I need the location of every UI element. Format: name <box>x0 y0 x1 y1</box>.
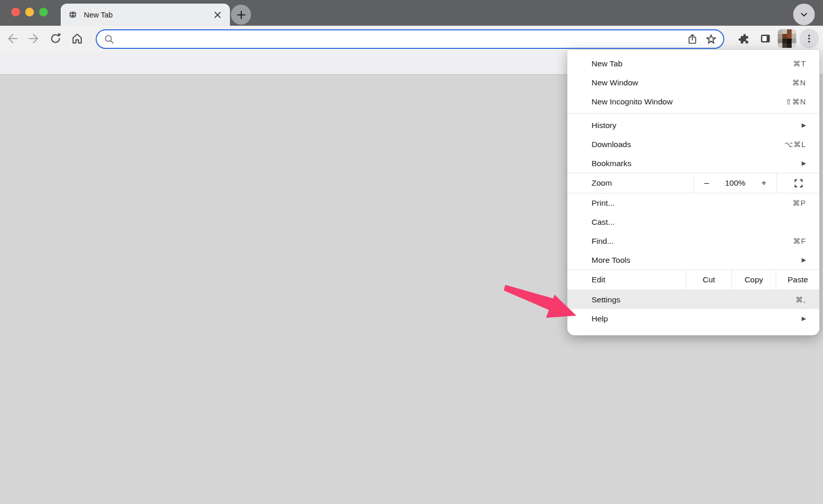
home-icon <box>71 32 83 45</box>
new-tab-button[interactable] <box>231 5 251 25</box>
paste-label: Paste <box>788 275 808 284</box>
copy-label: Copy <box>744 275 763 284</box>
menu-item-new-tab[interactable]: New Tab ⌘T <box>567 54 819 73</box>
zoom-in-button[interactable]: + <box>761 178 766 188</box>
zoom-window-button[interactable] <box>39 8 48 16</box>
menu-item-label: New Tab <box>592 59 793 68</box>
toolbar <box>0 26 823 51</box>
close-tab-icon[interactable] <box>212 10 223 20</box>
menu-item-shortcut: ⌘T <box>793 60 806 68</box>
menu-item-label: History <box>592 121 802 130</box>
menu-item-shortcut: ⌥⌘L <box>784 140 806 149</box>
menu-item-shortcut: ⌘N <box>792 79 806 87</box>
fullscreen-icon <box>794 178 803 188</box>
browser-menu-dropdown: New Tab ⌘T New Window ⌘N New Incognito W… <box>567 50 819 335</box>
menu-item-label: New Window <box>592 78 792 87</box>
zoom-label-cell: Zoom <box>567 173 693 193</box>
browser-tab[interactable]: New Tab <box>61 4 230 26</box>
menu-item-bookmarks[interactable]: Bookmarks ▶ <box>567 154 819 173</box>
side-panel-button[interactable] <box>756 29 775 48</box>
menu-item-new-window[interactable]: New Window ⌘N <box>567 73 819 92</box>
browser-menu-button[interactable] <box>799 29 819 48</box>
menu-item-shortcut: ⌘F <box>793 237 806 245</box>
edit-cut-button[interactable]: Cut <box>686 270 731 290</box>
plus-icon <box>236 10 246 20</box>
menu-item-more-tools[interactable]: More Tools ▶ <box>567 250 819 269</box>
extensions-button[interactable] <box>735 29 753 48</box>
back-button[interactable] <box>4 30 21 47</box>
menu-item-label: Settings <box>592 295 795 304</box>
menu-item-print[interactable]: Print... ⌘P <box>567 193 819 212</box>
submenu-arrow-icon: ▶ <box>802 315 806 322</box>
avatar-image <box>778 29 796 48</box>
side-panel-icon <box>759 32 772 45</box>
address-input[interactable] <box>120 35 681 44</box>
menu-item-label: Downloads <box>592 140 784 149</box>
menu-item-help[interactable]: Help ▶ <box>567 309 819 328</box>
submenu-arrow-icon: ▶ <box>802 122 806 129</box>
puzzle-icon <box>738 32 750 45</box>
menu-item-downloads[interactable]: Downloads ⌥⌘L <box>567 135 819 154</box>
menu-item-new-incognito-window[interactable]: New Incognito Window ⇧⌘N <box>567 92 819 111</box>
forward-arrow-icon <box>28 32 40 45</box>
tab-strip: New Tab <box>0 0 823 26</box>
edit-copy-button[interactable]: Copy <box>731 270 776 290</box>
menu-item-label: Cast... <box>592 218 806 227</box>
minimize-window-button[interactable] <box>25 8 34 16</box>
toolbar-right-group <box>735 28 819 49</box>
close-window-button[interactable] <box>11 8 20 16</box>
menu-item-label: Help <box>592 314 802 323</box>
menu-item-shortcut: ⌘, <box>795 296 806 304</box>
menu-item-label: New Incognito Window <box>592 97 785 106</box>
menu-item-label: Zoom <box>592 178 612 188</box>
home-button[interactable] <box>68 30 86 47</box>
menu-item-shortcut: ⌘P <box>793 199 806 207</box>
reload-button[interactable] <box>47 30 64 47</box>
zoom-out-button[interactable]: – <box>704 178 709 188</box>
chevron-down-icon <box>799 9 809 20</box>
menu-item-history[interactable]: History ▶ <box>567 116 819 135</box>
search-icon <box>103 33 115 45</box>
forward-button[interactable] <box>25 30 43 47</box>
menu-item-label: More Tools <box>592 256 802 265</box>
menu-separator <box>567 113 819 114</box>
menu-item-edit: Edit Cut Copy Paste <box>567 269 819 290</box>
menu-item-zoom: Zoom – 100% + <box>567 173 819 193</box>
menu-item-shortcut: ⇧⌘N <box>785 98 806 106</box>
reload-icon <box>49 32 62 45</box>
menu-item-settings[interactable]: Settings ⌘, <box>567 290 819 309</box>
tab-title: New Tab <box>84 11 212 19</box>
menu-item-label: Bookmarks <box>592 159 802 168</box>
profile-avatar[interactable] <box>778 29 796 48</box>
menu-item-label: Print... <box>592 199 793 208</box>
share-icon[interactable] <box>686 33 699 45</box>
bookmark-star-icon[interactable] <box>705 33 717 45</box>
menu-item-find[interactable]: Find... ⌘F <box>567 231 819 250</box>
tab-search-button[interactable] <box>793 4 815 25</box>
back-arrow-icon <box>6 32 19 45</box>
fullscreen-button[interactable] <box>777 173 819 193</box>
address-bar[interactable] <box>96 29 724 49</box>
three-dots-icon <box>803 33 815 44</box>
menu-item-label: Edit <box>592 275 605 284</box>
zoom-level-value: 100% <box>725 178 745 188</box>
zoom-controls-cell: – 100% + <box>693 173 777 193</box>
cut-label: Cut <box>703 275 715 284</box>
edit-label-cell: Edit <box>567 270 686 290</box>
submenu-arrow-icon: ▶ <box>802 160 806 167</box>
submenu-arrow-icon: ▶ <box>802 257 806 263</box>
menu-item-cast[interactable]: Cast... <box>567 212 819 231</box>
menu-item-label: Find... <box>592 237 793 246</box>
globe-icon <box>68 10 78 20</box>
edit-paste-button[interactable]: Paste <box>776 270 819 290</box>
